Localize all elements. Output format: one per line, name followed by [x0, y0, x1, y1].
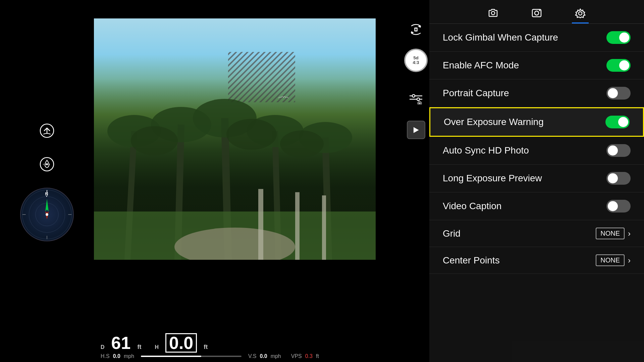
vs-label: V.S	[248, 353, 256, 359]
portrait-capture-label: Portrait Capture	[443, 88, 509, 99]
svg-text:M: M	[419, 102, 421, 105]
settings-panel: Lock Gimbal When Capture Enable AFC Mode…	[429, 0, 644, 362]
right-side-icons: 5d4:3 M	[402, 0, 429, 362]
svg-point-48	[535, 11, 539, 15]
setting-portrait-capture: Portrait Capture	[429, 79, 644, 107]
center-points-selector[interactable]: NONE ›	[596, 254, 631, 266]
toggle-knob	[608, 145, 618, 156]
center-points-label: Center Points	[443, 255, 500, 266]
tab-photo-settings[interactable]	[528, 7, 545, 23]
hud-overlay: D 61 ft H 0.0 ft H.S 0.0 mph V.S 0.0 mph…	[94, 330, 376, 362]
toggle-knob	[608, 201, 618, 211]
chevron-right-icon: ›	[628, 229, 631, 238]
lock-gimbal-toggle[interactable]	[606, 31, 631, 44]
gallery-button[interactable]	[407, 121, 425, 139]
setting-grid: Grid NONE ›	[429, 220, 644, 247]
setting-auto-sync: Auto Sync HD Photo	[429, 137, 644, 165]
grid-label: Grid	[443, 228, 461, 239]
hs-value: 0.0	[113, 353, 120, 359]
svg-marker-45	[414, 127, 419, 133]
height-label: H	[155, 344, 159, 350]
upload-button[interactable]	[37, 121, 57, 141]
shutter-button[interactable]: 5d4:3	[404, 49, 428, 72]
enable-afc-label: Enable AFC Mode	[443, 60, 519, 71]
toggle-knob	[619, 60, 629, 70]
svg-point-10	[131, 126, 178, 155]
height-unit: ft	[204, 344, 208, 351]
portrait-capture-toggle[interactable]	[606, 87, 631, 100]
progress-fill	[141, 356, 201, 357]
setting-long-exposure: Long Exposure Preview	[429, 165, 644, 192]
camera-flip-button[interactable]	[407, 20, 425, 39]
svg-rect-16	[295, 192, 300, 260]
setting-center-points: Center Points NONE ›	[429, 247, 644, 274]
camera-feed	[94, 18, 376, 260]
vs-unit: mph	[271, 353, 281, 359]
distance-label: D	[101, 344, 105, 350]
svg-point-11	[226, 119, 277, 150]
svg-point-37	[412, 95, 415, 97]
settings-list: Lock Gimbal When Capture Enable AFC Mode…	[429, 24, 644, 362]
vs-value: 0.0	[260, 353, 267, 359]
progress-bar	[141, 356, 241, 357]
over-exposure-toggle[interactable]	[605, 116, 630, 128]
toggle-knob	[608, 173, 618, 183]
video-caption-toggle[interactable]	[606, 200, 631, 213]
video-caption-label: Video Caption	[443, 201, 501, 212]
setting-enable-afc: Enable AFC Mode	[429, 52, 644, 79]
shutter-inner: 5d4:3	[413, 56, 419, 65]
return-home-button[interactable]	[37, 154, 57, 174]
vps-value: 0.3	[305, 353, 313, 359]
svg-point-49	[539, 10, 540, 11]
tab-camera-mode[interactable]	[485, 7, 501, 23]
distance-value: 61	[111, 334, 131, 352]
setting-lock-gimbal: Lock Gimbal When Capture	[429, 24, 644, 52]
toggle-knob	[618, 117, 628, 127]
auto-sync-label: Auto Sync HD Photo	[443, 145, 529, 156]
toggle-knob	[619, 33, 629, 43]
over-exposure-label: Over Exposure Warning	[444, 117, 544, 127]
toggle-knob	[608, 88, 618, 98]
auto-sync-toggle[interactable]	[606, 144, 631, 157]
setting-over-exposure: Over Exposure Warning	[429, 107, 644, 137]
camera-filter-button[interactable]: M	[407, 89, 425, 107]
grid-value: NONE	[596, 228, 625, 239]
svg-rect-15	[258, 189, 263, 260]
svg-point-46	[491, 11, 495, 15]
svg-text:▾: ▾	[46, 195, 47, 198]
vps-label: VPS	[291, 353, 302, 359]
tab-general-settings[interactable]	[572, 7, 589, 23]
svg-point-32	[46, 213, 48, 216]
long-exposure-label: Long Exposure Preview	[443, 173, 542, 184]
center-points-value: NONE	[596, 254, 625, 266]
tab-bar	[429, 0, 644, 24]
svg-marker-30	[45, 199, 49, 211]
svg-point-50	[579, 12, 582, 15]
hs-unit: mph	[124, 353, 134, 359]
distance-unit: ft	[137, 344, 141, 351]
hs-label: H.S	[101, 353, 110, 359]
left-panel: N ▾	[0, 0, 94, 362]
long-exposure-toggle[interactable]	[606, 172, 631, 185]
lock-gimbal-label: Lock Gimbal When Capture	[443, 32, 558, 43]
svg-point-36	[415, 28, 417, 31]
svg-point-40	[417, 98, 420, 101]
enable-afc-toggle[interactable]	[606, 59, 631, 72]
svg-point-12	[280, 130, 324, 158]
svg-rect-17	[322, 195, 326, 260]
setting-video-caption: Video Caption	[429, 192, 644, 220]
compass: N ▾	[20, 188, 74, 241]
grid-selector[interactable]: NONE ›	[596, 228, 631, 239]
vps-unit: ft	[316, 353, 319, 359]
chevron-right-icon: ›	[628, 256, 631, 265]
height-value: 0.0	[165, 333, 197, 353]
